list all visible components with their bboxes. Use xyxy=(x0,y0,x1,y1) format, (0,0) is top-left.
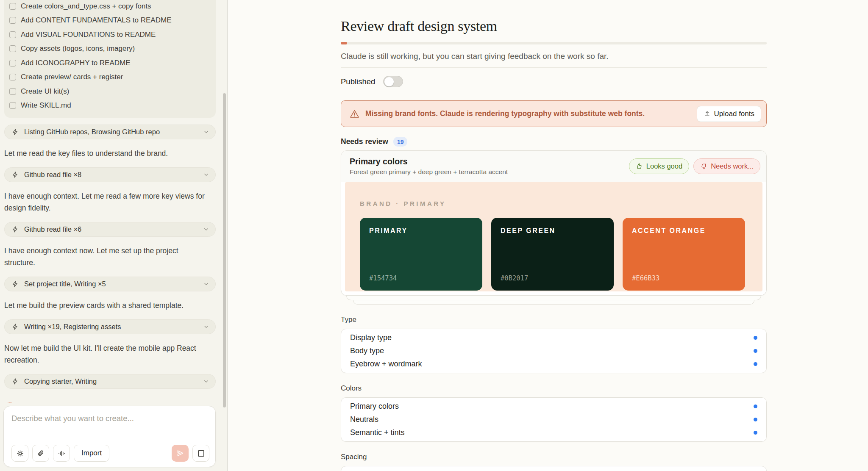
zap-icon xyxy=(11,128,19,136)
color-swatch-deep-green: DEEP GREEN #0B2017 xyxy=(491,218,614,291)
swatch-hex: #0B2017 xyxy=(501,274,528,282)
send-icon xyxy=(176,449,184,457)
review-card-titles: Primary colors Forest green primary + de… xyxy=(350,157,629,176)
unread-dot xyxy=(754,418,757,421)
upload-icon xyxy=(704,110,711,117)
tool-call-pill[interactable]: Writing ×19, Registering assets xyxy=(4,319,216,334)
section-label-spacing: Spacing xyxy=(341,453,767,461)
chevron-down-icon xyxy=(203,324,209,330)
checklist-item[interactable]: Add ICONOGRAPHY to README xyxy=(9,56,211,70)
published-toggle[interactable] xyxy=(383,76,403,87)
checklist-item[interactable]: Create UI kit(s) xyxy=(9,84,211,99)
section-label-type: Type xyxy=(341,316,767,324)
assistant-message: I have enough context now. Let me set up… xyxy=(4,245,216,269)
review-item-row[interactable]: Primary colors xyxy=(341,400,766,413)
checklist-item[interactable]: Add CONTENT FUNDAMENTALS to README xyxy=(9,14,211,28)
checklist-item[interactable]: Add VISUAL FOUNDATIONS to README xyxy=(9,28,211,42)
checkbox-icon[interactable] xyxy=(9,31,16,38)
chevron-down-icon xyxy=(203,226,209,233)
assistant-message: Let me build the preview cards with a sh… xyxy=(4,299,216,311)
composer-input[interactable]: Describe what you want to create... xyxy=(11,414,209,423)
swatch-hex: #E66B33 xyxy=(632,274,659,282)
chevron-down-icon xyxy=(203,281,209,287)
zap-icon xyxy=(11,323,19,330)
review-item-row[interactable]: Semantic + tints xyxy=(341,426,766,439)
tool-call-pill[interactable]: Github read file ×8 xyxy=(4,167,216,182)
color-swatch-primary: PRIMARY #154734 xyxy=(360,218,482,291)
tool-call-label: Writing ×19, Registering assets xyxy=(24,323,203,331)
color-swatch-accent-orange: ACCENT ORANGE #E66B33 xyxy=(623,218,745,291)
tool-call-pill[interactable]: Github read file ×6 xyxy=(4,222,216,237)
checkbox-icon[interactable] xyxy=(9,102,16,109)
app-window: Create colors_and_type.css + copy fonts … xyxy=(0,0,868,471)
tool-call-pill[interactable]: Set project title, Writing ×5 xyxy=(4,277,216,291)
checkbox-icon[interactable] xyxy=(9,17,16,24)
streaming-text: Writing affirm- xyxy=(21,403,67,403)
unread-dot xyxy=(754,362,757,366)
zap-icon xyxy=(11,226,19,233)
checkbox-icon[interactable] xyxy=(9,60,16,66)
claude-starburst-icon xyxy=(5,402,15,403)
task-checklist-card: Create colors_and_type.css + copy fonts … xyxy=(4,0,216,118)
review-item-row[interactable]: Display type xyxy=(341,331,766,344)
published-label: Published xyxy=(341,77,375,86)
checklist-item[interactable]: Copy assets (logos, icons, imagery) xyxy=(9,42,211,56)
stacked-card-edge xyxy=(346,296,761,300)
checklist-item-label: Copy assets (logos, icons, imagery) xyxy=(21,44,135,53)
spacing-section-card xyxy=(341,466,767,471)
checkbox-icon[interactable] xyxy=(9,88,16,95)
review-item-row[interactable]: Eyebrow + wordmark xyxy=(341,357,766,371)
tool-call-pill[interactable]: Copying starter, Writing xyxy=(4,374,216,389)
thumbs-up-icon xyxy=(636,163,643,170)
page-title: Review draft design system xyxy=(341,18,767,35)
looks-good-button[interactable]: Looks good xyxy=(629,158,689,174)
toggle-knob xyxy=(384,77,394,86)
zap-icon xyxy=(11,280,19,288)
checkbox-icon[interactable] xyxy=(9,3,16,10)
banner-text: Missing brand fonts. Claude is rendering… xyxy=(365,109,691,118)
review-card-title: Primary colors xyxy=(350,157,629,166)
tool-call-pill[interactable]: Listing GitHub repos, Browsing GitHub re… xyxy=(4,125,216,139)
review-card-subtitle: Forest green primary + deep green + terr… xyxy=(350,168,629,176)
main-panel: Review draft design system Claude is sti… xyxy=(228,0,868,471)
zap-icon xyxy=(11,171,19,178)
zap-icon xyxy=(11,378,19,385)
checkbox-icon[interactable] xyxy=(9,74,16,80)
stop-button[interactable] xyxy=(192,445,209,462)
sidebar-scrollbar[interactable] xyxy=(223,93,226,407)
send-button[interactable] xyxy=(172,445,189,462)
attach-button[interactable] xyxy=(32,445,49,462)
needs-review-count-badge: 19 xyxy=(393,137,408,147)
swatch-name: PRIMARY xyxy=(369,227,473,235)
thumbs-down-icon xyxy=(700,163,707,170)
stop-icon xyxy=(198,450,204,457)
divider xyxy=(341,67,767,68)
settings-button[interactable] xyxy=(11,445,28,462)
upload-fonts-button[interactable]: Upload fonts xyxy=(697,106,761,122)
review-card-header: Primary colors Forest green primary + de… xyxy=(341,151,766,182)
import-button[interactable]: Import xyxy=(74,445,109,462)
checklist-item[interactable]: Write SKILL.md xyxy=(9,99,211,113)
review-card-primary-colors: Primary colors Forest green primary + de… xyxy=(341,150,767,296)
checkbox-icon[interactable] xyxy=(9,45,16,52)
main-content: Review draft design system Claude is sti… xyxy=(341,0,767,471)
unread-dot xyxy=(754,431,757,435)
review-item-row[interactable]: Body type xyxy=(341,344,766,357)
assistant-message: Let me read the key files to understand … xyxy=(4,147,216,159)
checklist-item-label: Create preview/ cards + register xyxy=(21,73,123,81)
streaming-status-row: Writing affirm- xyxy=(4,402,216,403)
stacked-card-edge xyxy=(353,300,754,305)
needs-work-button[interactable]: Needs work... xyxy=(693,158,760,174)
checklist-item[interactable]: Create colors_and_type.css + copy fonts xyxy=(9,0,211,14)
colors-section-card: Primary colors Neutrals Semantic + tints xyxy=(341,397,767,442)
chevron-down-icon xyxy=(203,172,209,178)
section-label-colors: Colors xyxy=(341,384,767,393)
voice-button[interactable] xyxy=(53,445,70,462)
composer-toolbar: Import xyxy=(11,445,209,462)
review-item-row[interactable]: Neutrals xyxy=(341,413,766,426)
checklist-item[interactable]: Create preview/ cards + register xyxy=(9,70,211,85)
checklist-item-label: Add CONTENT FUNDAMENTALS to README xyxy=(21,16,172,25)
preview-eyebrow: BRAND · PRIMARY xyxy=(360,200,748,207)
tool-call-label: Github read file ×8 xyxy=(24,171,203,179)
missing-fonts-banner: Missing brand fonts. Claude is rendering… xyxy=(341,100,767,127)
